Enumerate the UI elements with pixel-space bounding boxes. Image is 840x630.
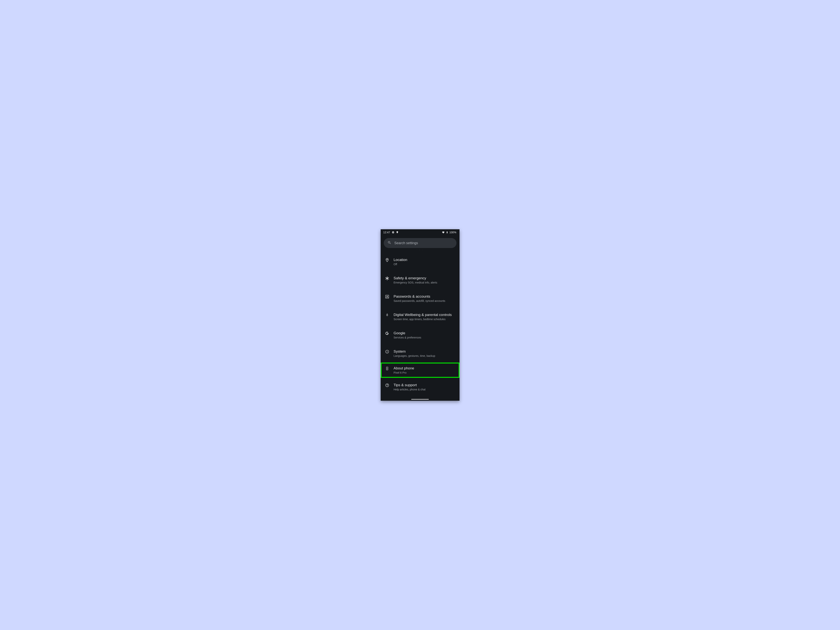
gesture-nav-handle[interactable] <box>411 399 429 399</box>
settings-item-system[interactable]: System Languages, gestures, time, backup <box>381 344 459 363</box>
settings-item-tips[interactable]: Tips & support Help articles, phone & ch… <box>381 378 459 396</box>
battery-icon <box>446 231 448 234</box>
svg-rect-8 <box>387 368 387 368</box>
status-battery-text: 100% <box>449 231 456 234</box>
search-settings-input[interactable]: Search settings <box>384 238 456 248</box>
svg-point-1 <box>387 296 387 297</box>
account-box-icon <box>385 294 390 299</box>
settings-list[interactable]: Location Off Safety & emergency Emergenc… <box>381 253 459 396</box>
item-title: Digital Wellbeing & parental controls <box>394 312 456 317</box>
search-placeholder: Search settings <box>395 241 418 245</box>
settings-item-wellbeing[interactable]: Digital Wellbeing & parental controls Sc… <box>381 308 459 326</box>
status-bar: 12:47 100% <box>381 229 459 235</box>
item-subtitle: Languages, gestures, time, backup <box>394 354 456 358</box>
item-subtitle: Off <box>394 262 456 266</box>
google-g-icon <box>385 331 390 336</box>
settings-item-about-phone[interactable]: About phone Pixel 6 Pro <box>381 363 459 378</box>
svg-rect-4 <box>387 352 387 353</box>
settings-item-passwords[interactable]: Passwords & accounts Saved passwords, au… <box>381 289 459 308</box>
wellbeing-icon <box>385 313 390 317</box>
scrolled-row-peek: · · · <box>381 249 459 253</box>
help-circle-icon <box>385 383 390 388</box>
item-subtitle: Screen time, app timers, bedtime schedul… <box>394 317 456 321</box>
item-subtitle: Pixel 6 Pro <box>394 371 456 374</box>
item-title: Passwords & accounts <box>394 294 456 299</box>
item-title: Location <box>394 257 456 262</box>
item-title: Google <box>394 331 456 335</box>
settings-item-location[interactable]: Location Off <box>381 253 459 271</box>
item-subtitle: Help articles, phone & chat <box>394 388 456 392</box>
item-title: Tips & support <box>394 382 456 387</box>
item-title: About phone <box>394 366 456 371</box>
svg-rect-10 <box>387 386 387 386</box>
item-subtitle: Saved passwords, autofill, synced accoun… <box>394 299 456 303</box>
wifi-icon <box>442 231 445 234</box>
location-pin-icon <box>385 258 390 262</box>
bulb-icon <box>396 231 399 234</box>
status-time: 12:47 <box>383 231 390 234</box>
item-title: Safety & emergency <box>394 276 456 281</box>
svg-rect-5 <box>387 351 387 351</box>
search-icon <box>388 241 392 246</box>
settings-item-safety[interactable]: Safety & emergency Emergency SOS, medica… <box>381 271 459 289</box>
info-circle-icon <box>385 349 390 354</box>
asterisk-icon <box>385 276 390 281</box>
phone-frame: 12:47 100% Search settings <box>381 229 459 401</box>
svg-point-2 <box>387 314 387 314</box>
svg-rect-7 <box>387 368 387 369</box>
item-title: System <box>394 349 456 354</box>
settings-item-google[interactable]: Google Services & preferences <box>381 326 459 344</box>
search-container: Search settings <box>381 235 459 249</box>
phone-about-icon <box>385 366 390 371</box>
gear-icon <box>392 231 395 234</box>
item-subtitle: Emergency SOS, medical info, alerts <box>394 281 456 284</box>
item-subtitle: Services & preferences <box>394 336 456 339</box>
